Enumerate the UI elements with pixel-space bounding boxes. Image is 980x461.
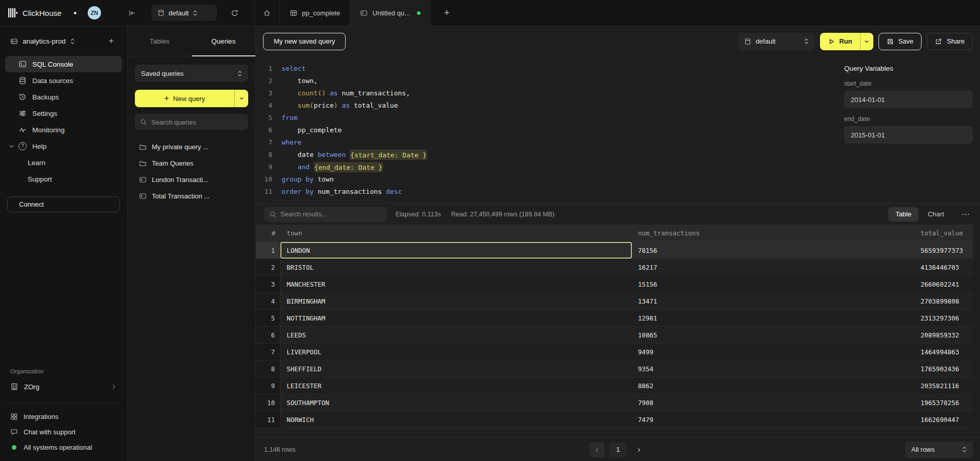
table-row[interactable]: 10SOUTHAMPTON79081965378256 — [256, 394, 973, 411]
row-index-cell[interactable]: 10 — [256, 394, 281, 411]
row-index-cell[interactable]: 8 — [256, 360, 281, 377]
table-cell[interactable]: 2660602241 — [914, 276, 973, 292]
share-button[interactable]: Share — [927, 33, 973, 50]
table-row[interactable]: 1LONDON7815656593977373 — [256, 242, 973, 259]
home-tab[interactable] — [254, 0, 279, 26]
table-cell[interactable]: 9354 — [632, 360, 914, 377]
row-index-cell[interactable]: 2 — [256, 259, 281, 275]
run-database-selector[interactable]: default — [738, 33, 815, 50]
run-options-button[interactable] — [860, 33, 873, 50]
table-cell[interactable]: BRISTOL — [281, 259, 632, 275]
sidebar-item-data-sources[interactable]: Data sources — [5, 72, 122, 89]
refresh-button[interactable] — [227, 5, 243, 21]
prev-page-button[interactable]: ‹ — [589, 442, 605, 457]
query-search[interactable] — [135, 114, 248, 130]
connect-button[interactable]: Connect — [7, 196, 120, 212]
table-row[interactable]: 6LEEDS108652089859332 — [256, 327, 973, 344]
table-cell[interactable]: 15156 — [632, 276, 914, 292]
table-cell[interactable]: 1965378256 — [914, 394, 973, 411]
sidebar-item-system-status[interactable]: All systems operational — [5, 439, 122, 455]
table-cell[interactable]: 13471 — [632, 293, 914, 309]
new-query-dropdown-button[interactable] — [234, 90, 248, 107]
topbar-database-selector[interactable]: default — [151, 5, 217, 21]
table-cell[interactable]: 2089859332 — [914, 327, 973, 343]
sidebar-item-chat-support[interactable]: Chat with support — [5, 424, 122, 439]
list-item-team-queries[interactable]: Team Queries — [135, 155, 248, 171]
collapse-panel-button[interactable] — [125, 5, 140, 21]
column-header[interactable]: num_transactions — [632, 225, 914, 242]
table-cell[interactable]: LEICESTER — [281, 377, 632, 394]
table-cell[interactable]: LIVERPOOL — [281, 344, 632, 360]
start-date-input[interactable] — [844, 91, 973, 108]
results-search-input[interactable] — [281, 211, 382, 218]
row-index-cell[interactable]: 1 — [256, 242, 281, 258]
user-avatar[interactable]: ZN — [88, 6, 101, 19]
current-page[interactable]: 1 — [609, 442, 627, 457]
sidebar-item-support[interactable]: Support — [5, 171, 122, 187]
query-search-input[interactable] — [151, 118, 243, 126]
row-index-cell[interactable]: 7 — [256, 344, 281, 360]
table-cell[interactable]: 7479 — [632, 411, 914, 428]
new-query-button[interactable]: + New query — [135, 90, 248, 107]
row-index-cell[interactable]: 9 — [256, 377, 281, 394]
table-cell[interactable]: 8862 — [632, 377, 914, 394]
table-cell[interactable]: 2703899808 — [914, 293, 973, 309]
table-cell[interactable]: SOUTHAMPTON — [281, 394, 632, 411]
list-item-private-query[interactable]: My private query ... — [135, 138, 248, 155]
run-button[interactable]: Run — [820, 33, 859, 50]
table-cell[interactable]: NOTTINGHAM — [281, 310, 632, 326]
organization-selector[interactable]: ZOrg — [5, 378, 122, 395]
table-cell[interactable]: MANCHESTER — [281, 276, 632, 292]
table-row[interactable]: 2BRISTOL162174136446703 — [256, 259, 973, 276]
table-cell[interactable]: 12981 — [632, 310, 914, 326]
table-cell[interactable]: 1662690447 — [914, 411, 973, 428]
table-cell[interactable]: LONDON — [281, 242, 632, 258]
end-date-input[interactable] — [844, 126, 973, 144]
column-header[interactable]: total_value — [914, 225, 973, 242]
next-page-button[interactable]: › — [631, 442, 647, 457]
table-row[interactable]: 3MANCHESTER151562660602241 — [256, 276, 973, 293]
row-index-cell[interactable]: 6 — [256, 327, 281, 343]
table-cell[interactable]: 7908 — [632, 394, 914, 411]
add-service-button[interactable]: + — [105, 34, 118, 48]
sidebar-item-help[interactable]: ? Help — [5, 138, 122, 154]
results-search[interactable] — [264, 207, 387, 222]
tab-queries[interactable]: Queries — [192, 26, 256, 56]
row-index-cell[interactable]: 5 — [256, 310, 281, 326]
tab-untitled-query[interactable]: Untitled qu... — [350, 0, 431, 26]
saved-query-tab[interactable]: My new saved query — [263, 33, 346, 50]
table-cell[interactable]: 16217 — [632, 259, 914, 275]
more-options-button[interactable]: ⋯ — [959, 209, 972, 219]
table-row[interactable]: 11NORWICH74791662690447 — [256, 411, 973, 428]
table-cell[interactable]: 2313297306 — [914, 310, 973, 326]
table-cell[interactable]: 4136446703 — [914, 259, 973, 275]
tab-pp-complete[interactable]: pp_complete — [279, 0, 350, 26]
table-cell[interactable]: 56593977373 — [914, 242, 973, 258]
table-cell[interactable]: NORWICH — [281, 411, 632, 428]
sidebar-item-learn[interactable]: Learn — [5, 154, 122, 171]
sidebar-item-settings[interactable]: Settings — [5, 105, 122, 122]
column-header[interactable]: # — [256, 225, 281, 242]
table-row[interactable]: 9LEICESTER88622035821116 — [256, 377, 973, 394]
table-cell[interactable]: 10865 — [632, 327, 914, 343]
table-cell[interactable]: 1765902436 — [914, 360, 973, 377]
table-row[interactable]: 7LIVERPOOL94991464994863 — [256, 344, 973, 360]
table-cell[interactable]: 9499 — [632, 344, 914, 360]
table-row[interactable]: 8SHEFFIELD93541765902436 — [256, 360, 973, 377]
table-cell[interactable]: 1464994863 — [914, 344, 973, 360]
list-item-london-transactions[interactable]: London Transacti... — [135, 171, 248, 188]
list-item-total-transactions[interactable]: Total Transaction ... — [135, 188, 248, 204]
table-cell[interactable]: 78156 — [632, 242, 914, 258]
table-view-button[interactable]: Table — [888, 207, 918, 222]
save-button[interactable]: Save — [878, 33, 922, 50]
sidebar-item-integrations[interactable]: Integrations — [5, 409, 122, 424]
table-cell[interactable]: LEEDS — [281, 327, 632, 343]
column-header[interactable]: town — [281, 225, 632, 242]
workspace-selector[interactable]: analytics-prod — [10, 37, 75, 45]
new-tab-button[interactable]: + — [439, 5, 454, 21]
new-query-main[interactable]: + New query — [135, 90, 234, 107]
sidebar-item-backups[interactable]: Backups — [5, 89, 122, 105]
row-index-cell[interactable]: 11 — [256, 411, 281, 428]
table-row[interactable]: 5NOTTINGHAM129812313297306 — [256, 310, 973, 327]
tab-tables[interactable]: Tables — [128, 26, 192, 56]
